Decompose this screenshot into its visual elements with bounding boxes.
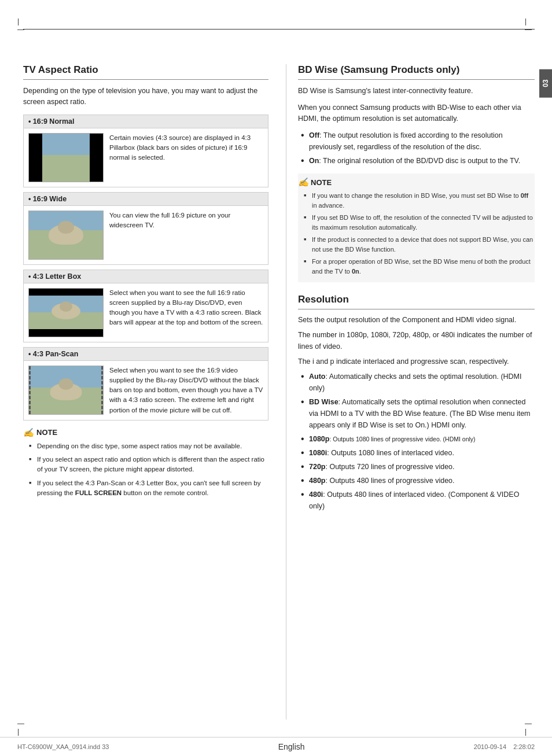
left-note-list: Depending on the disc type, some aspect … bbox=[23, 441, 268, 498]
aspect-image-4-3-letter-box bbox=[28, 288, 104, 337]
bd-wise-note-item-3: If the product is connected to a device … bbox=[304, 235, 535, 254]
footer: HT-C6900W_XAA_0914.indd 33 English 2010-… bbox=[0, 737, 552, 756]
aspect-item-4-3-pan-scan: • 4:3 Pan-Scan Select when you want to s… bbox=[23, 347, 268, 421]
aspect-body-4-3-pan-scan: Select when you want to see the 16:9 vid… bbox=[24, 361, 268, 420]
bd-wise-note-list: If you want to change the resolution in … bbox=[298, 191, 535, 276]
bd-wise-item-on: On: The original resolution of the BD/DV… bbox=[301, 155, 535, 167]
footer-language: English bbox=[278, 742, 305, 751]
res-item-auto: Auto: Automatically checks and sets the … bbox=[301, 371, 535, 394]
res-item-720p: 720p: Outputs 720 lines of progressive v… bbox=[301, 461, 535, 473]
corner-mark-bottom-right: —| bbox=[525, 720, 532, 736]
res-item-480i: 480i: Outputs 480 lines of interlaced vi… bbox=[301, 489, 535, 512]
resolution-list: Auto: Automatically checks and sets the … bbox=[298, 371, 535, 512]
resolution-title: Resolution bbox=[298, 294, 535, 309]
tv-aspect-ratio-intro: Depending on the type of television you … bbox=[23, 86, 268, 108]
left-note-title: ✍ NOTE bbox=[23, 427, 268, 438]
aspect-image-4-3-pan-scan bbox=[28, 366, 104, 415]
side-tab-number: 03 bbox=[542, 80, 550, 87]
aspect-body-16-9-wide: You can view the full 16:9 picture on yo… bbox=[24, 206, 268, 264]
bd-wise-note-box: ✍ NOTE If you want to change the resolut… bbox=[298, 174, 535, 282]
aspect-image-16-9-normal bbox=[28, 133, 104, 182]
resolution-para-2: The number in 1080p, 1080i, 720p, 480p, … bbox=[298, 329, 535, 352]
aspect-body-4-3-letter-box: Select when you want to see the full 16:… bbox=[24, 283, 268, 342]
bd-wise-intro-1: BD Wise is Samsung's latest inter-connec… bbox=[298, 86, 535, 97]
note-icon-bd-wise: ✍ bbox=[298, 177, 309, 187]
bd-wise-title: BD Wise (Samsung Products only) bbox=[298, 64, 535, 80]
corner-mark-bottom-left: —| bbox=[17, 720, 24, 736]
left-column: TV Aspect Ratio Depending on the type of… bbox=[23, 64, 268, 720]
aspect-item-4-3-letter-box: • 4:3 Letter Box Select when you want to… bbox=[23, 270, 268, 342]
footer-datetime: 2010-09-14 2:28:02 bbox=[474, 743, 535, 750]
res-item-1080i: 1080i: Outputs 1080 lines of interlaced … bbox=[301, 447, 535, 459]
aspect-header-16-9-wide: • 16:9 Wide bbox=[24, 193, 268, 206]
note-icon-left: ✍ bbox=[23, 427, 34, 438]
content-wrapper: TV Aspect Ratio Depending on the type of… bbox=[0, 29, 552, 737]
bd-wise-note-item-4: For a proper operation of BD Wise, set t… bbox=[304, 257, 535, 276]
aspect-desc-4-3-pan-scan: Select when you want to see the 16:9 vid… bbox=[109, 366, 263, 415]
aspect-desc-16-9-wide: You can view the full 16:9 picture on yo… bbox=[109, 211, 263, 260]
left-note-box: ✍ NOTE Depending on the disc type, some … bbox=[23, 427, 268, 498]
footer-file-info: HT-C6900W_XAA_0914.indd 33 bbox=[17, 743, 109, 750]
res-item-bd-wise: BD Wise: Automatically sets the optimal … bbox=[301, 396, 535, 431]
corner-mark-top-left: |— bbox=[17, 17, 24, 34]
aspect-header-4-3-letter-box: • 4:3 Letter Box bbox=[24, 270, 268, 283]
aspect-item-16-9-wide: • 16:9 Wide You can view the full 16:9 p… bbox=[23, 192, 268, 265]
aspect-desc-16-9-normal: Certain movies (4:3 source) are displaye… bbox=[109, 133, 263, 182]
left-note-item-2: If you select an aspect ratio and option… bbox=[29, 455, 268, 475]
side-tab: 03 Setup bbox=[539, 69, 552, 98]
aspect-header-16-9-normal: • 16:9 Normal bbox=[24, 115, 268, 128]
aspect-header-4-3-pan-scan: • 4:3 Pan-Scan bbox=[24, 348, 268, 361]
aspect-body-16-9-normal: Certain movies (4:3 source) are displaye… bbox=[24, 128, 268, 187]
bd-wise-note-item-1: If you want to change the resolution in … bbox=[304, 191, 535, 210]
left-note-item-3: If you select the 4:3 Pan-Scan or 4:3 Le… bbox=[29, 478, 268, 499]
resolution-para-1: Sets the output resolution of the Compon… bbox=[298, 314, 535, 326]
corner-mark-top-right: |— bbox=[525, 17, 532, 34]
bd-wise-list: Off: The output resolution is fixed acco… bbox=[298, 130, 535, 167]
bd-wise-note-item-2: If you set BD Wise to off, the resolutio… bbox=[304, 213, 535, 232]
res-item-1080p: 1080p: Outputs 1080 lines of progressive… bbox=[301, 433, 535, 445]
aspect-image-16-9-wide bbox=[28, 211, 104, 260]
left-note-item-1: Depending on the disc type, some aspect … bbox=[29, 441, 268, 451]
bd-wise-note-title: ✍ NOTE bbox=[298, 177, 535, 187]
tv-aspect-ratio-title: TV Aspect Ratio bbox=[23, 64, 268, 80]
aspect-item-16-9-normal: • 16:9 Normal Certain movies (4:3 source… bbox=[23, 115, 268, 187]
res-item-480p: 480p: Outputs 480 lines of progressive v… bbox=[301, 475, 535, 486]
bd-wise-intro-2: When you connect Samsung products with B… bbox=[298, 102, 535, 124]
bd-wise-item-off: Off: The output resolution is fixed acco… bbox=[301, 130, 535, 153]
resolution-para-3: The i and p indicate interlaced and prog… bbox=[298, 356, 535, 367]
aspect-desc-4-3-letter-box: Select when you want to see the full 16:… bbox=[109, 288, 263, 337]
right-column: BD Wise (Samsung Products only) BD Wise … bbox=[286, 64, 535, 720]
